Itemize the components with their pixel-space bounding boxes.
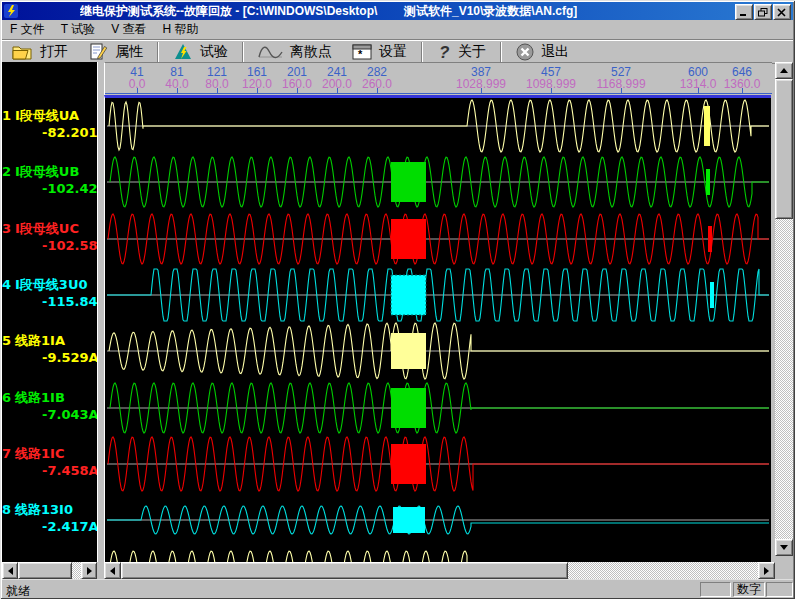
right-arrow-icon — [764, 567, 769, 575]
ruler-tick-label: 6001314.0 — [680, 66, 717, 90]
down-arrow-icon — [780, 545, 788, 550]
left-arrow-icon — [8, 567, 13, 575]
window-title: 继电保护测试系统--故障回放 - [C:\WINDOWS\Desktop\ 测试… — [80, 3, 577, 20]
channel-range: -2.417A至4. — [2, 518, 97, 535]
channel-label-2[interactable]: 2Ⅰ段母线UB-102.420V至 — [2, 163, 97, 197]
status-text: 就绪 — [6, 583, 30, 599]
status-panel-caps — [700, 582, 731, 597]
fault-marker-square-ch7[interactable] — [391, 444, 426, 484]
wave-scroll-track[interactable] — [568, 562, 758, 579]
cursor-marker-bar-ch3[interactable] — [708, 226, 712, 252]
ruler-tick-label: 282260.0 — [362, 66, 392, 90]
toolbar-separator — [157, 42, 159, 62]
channel-range: -102.420V至 — [2, 180, 97, 197]
ruler-tick-label: 4571098.999 — [526, 66, 576, 90]
channel-label-4[interactable]: 4Ⅰ段母线3U0-115.844V至 — [2, 276, 97, 310]
ruler-tick-mark — [177, 88, 178, 94]
menu-file[interactable]: F 文件 — [2, 21, 53, 38]
channel-range: -82.201V至8 — [2, 124, 97, 141]
discrete-points-button[interactable]: 离散点 — [248, 41, 342, 63]
ruler-tick-mark — [377, 88, 378, 94]
fault-marker-square-ch6[interactable] — [391, 388, 426, 428]
channel-label-3[interactable]: 3Ⅰ段母线UC-102.586V至 — [2, 220, 97, 254]
settings-button[interactable]: * 设置 — [342, 41, 417, 63]
open-button[interactable]: 打开 — [2, 41, 78, 63]
close-button[interactable] — [773, 4, 791, 20]
up-arrow-icon — [780, 68, 788, 73]
wave-scroll-thumb[interactable] — [121, 562, 568, 579]
channel-range: -7.458A至7. — [2, 462, 97, 479]
time-ruler: 410.08140.012180.0161120.0201160.0241200… — [104, 62, 772, 96]
ruler-tick-label: 5271168.999 — [596, 66, 645, 90]
fault-marker-square-ch5[interactable] — [391, 333, 426, 369]
restore-button[interactable] — [754, 4, 772, 20]
app-logo-icon — [4, 4, 18, 18]
channel-name: 线路1IC — [15, 446, 64, 461]
wave-scroll-left-button[interactable] — [104, 562, 121, 579]
ruler-baseline — [105, 93, 772, 94]
channel-number: 1 — [2, 107, 15, 124]
channel-name: Ⅰ段母线3U0 — [15, 277, 87, 292]
channel-label-8[interactable]: 8线路13I0-2.417A至4. — [2, 501, 97, 535]
ruler-tick-mark — [742, 88, 743, 94]
cursor-marker-bar-ch4[interactable] — [710, 282, 714, 308]
test-label: 试验 — [200, 43, 228, 61]
channel-number: 8 — [2, 501, 15, 518]
waveform-canvas — [107, 98, 769, 562]
menu-help[interactable]: H 帮助 — [154, 21, 206, 38]
properties-label: 属性 — [115, 43, 143, 61]
test-icon — [173, 43, 193, 61]
ruler-tick-label: 201160.0 — [282, 66, 312, 90]
about-label: 关于 — [458, 43, 486, 61]
channel-range: -102.586V至 — [2, 237, 97, 254]
ruler-tick-mark — [137, 88, 138, 94]
ruler-tick-label: 12180.0 — [205, 66, 228, 90]
scroll-down-button[interactable] — [775, 539, 793, 556]
menu-view[interactable]: V 查看 — [103, 21, 154, 38]
settings-icon: * — [352, 44, 372, 60]
fault-marker-square-ch3[interactable] — [391, 219, 426, 259]
channel-name: Ⅰ段母线UB — [15, 164, 79, 179]
waveform-area — [104, 95, 771, 562]
wave-scroll-right-button[interactable] — [758, 562, 775, 579]
ruler-tick-label: 241200.0 — [322, 66, 352, 90]
sidebar-scroll-left-button[interactable] — [2, 562, 18, 579]
about-button[interactable]: ? 关于 — [427, 41, 496, 63]
channel-name: Ⅰ段母线UA — [15, 108, 79, 123]
scroll-up-button[interactable] — [775, 62, 793, 79]
sidebar-scroll-thumb[interactable] — [18, 562, 72, 579]
status-panel-scrl — [766, 582, 793, 597]
ruler-tick-label: 161120.0 — [242, 66, 272, 90]
minimize-button[interactable] — [735, 4, 753, 20]
channel-label-5[interactable]: 5线路1IA-9.529A至14 — [2, 332, 97, 366]
channel-number: 4 — [2, 276, 15, 293]
exit-button[interactable]: 退出 — [506, 41, 579, 63]
ruler-tick-mark — [257, 88, 258, 94]
test-button[interactable]: 试验 — [163, 41, 238, 63]
fault-marker-square-ch2[interactable] — [391, 162, 426, 202]
channel-label-6[interactable]: 6线路1IB-7.043A至7. — [2, 389, 97, 423]
cursor-marker-bar-ch1[interactable] — [704, 106, 710, 146]
ruler-tick-label: 3871028.999 — [456, 66, 506, 90]
channel-label-1[interactable]: 1Ⅰ段母线UA-82.201V至8 — [2, 107, 97, 141]
channel-range: -115.844V至 — [2, 293, 97, 310]
channel-name: 线路1IB — [15, 390, 65, 405]
fault-marker-square-ch4[interactable] — [391, 275, 426, 315]
exit-label: 退出 — [541, 43, 569, 61]
cursor-marker-bar-ch2[interactable] — [706, 169, 710, 195]
sidebar-scroll-right-button[interactable] — [81, 562, 97, 579]
properties-button[interactable]: 属性 — [78, 41, 153, 63]
vertical-scroll-thumb[interactable] — [775, 79, 793, 219]
sidebar-scroll-track[interactable] — [72, 562, 81, 579]
fault-marker-square-ch8[interactable] — [393, 507, 425, 533]
discrete-points-icon — [258, 44, 283, 60]
ruler-tick-label: 410.0 — [129, 66, 146, 90]
menu-test[interactable]: T 试验 — [53, 21, 103, 38]
left-arrow-icon — [110, 567, 115, 575]
ruler-tick-mark — [698, 88, 699, 94]
close-icon — [777, 8, 787, 17]
ruler-tick-label: 8140.0 — [165, 66, 188, 90]
status-bar: 就绪 数字 — [2, 579, 793, 598]
vertical-scroll-track[interactable] — [775, 219, 793, 539]
channel-label-7[interactable]: 7线路1IC-7.458A至7. — [2, 445, 97, 479]
